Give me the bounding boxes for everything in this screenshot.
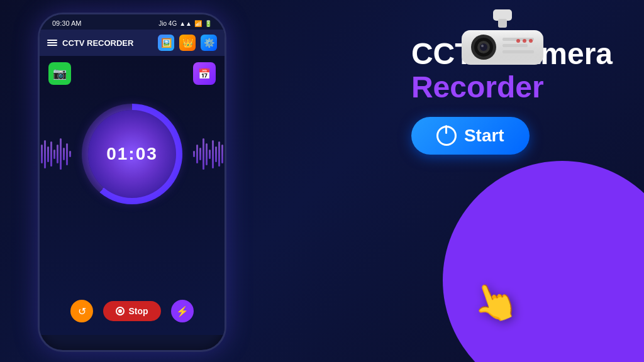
app-header-left: CCTV RECORDER (47, 38, 133, 48)
bottom-controls: ↺ Stop ⚡ (40, 300, 225, 322)
stop-dot (118, 309, 122, 313)
camera-button[interactable]: 📷 (48, 62, 71, 85)
carrier-text: Jio 4G (158, 20, 177, 27)
phone-content: 📷 📅 (40, 56, 225, 335)
phone-screen: 09:30 AM Jio 4G ▲▲ 📶 🔋 CCTV RECORDER 🖼️ … (38, 13, 226, 352)
phone-mockup: 09:30 AM Jio 4G ▲▲ 📶 🔋 CCTV RECORDER 🖼️ … (38, 13, 226, 352)
timer-display: 01:03 (106, 144, 158, 164)
sound-wave-right (193, 135, 226, 173)
background-blob (443, 161, 644, 362)
settings-icon[interactable]: ⚙️ (201, 35, 217, 51)
camera-3d-image (449, 6, 556, 84)
header-icons: 🖼️ 👑 ⚙️ (158, 35, 217, 51)
stop-label: Stop (128, 306, 148, 316)
signal-icon: ▲▲ (179, 20, 192, 27)
app-header: CCTV RECORDER 🖼️ 👑 ⚙️ (40, 30, 225, 56)
camera-svg (449, 6, 556, 82)
svg-point-12 (516, 39, 520, 43)
start-button[interactable]: Start (411, 117, 530, 155)
status-bar: 09:30 AM Jio 4G ▲▲ 📶 🔋 (40, 14, 225, 30)
stop-icon (116, 307, 125, 315)
timer-outer-ring: 01:03 (82, 104, 182, 204)
svg-rect-11 (502, 50, 534, 53)
hamburger-icon[interactable] (47, 40, 57, 46)
svg-point-8 (481, 45, 484, 47)
timer-inner: 01:03 (88, 110, 176, 198)
timer-area: 01:03 (82, 104, 182, 204)
wifi-icon: 📶 (194, 20, 202, 27)
app-title-header: CCTV RECORDER (62, 38, 133, 48)
rotate-button[interactable]: ↺ (70, 300, 93, 322)
svg-rect-10 (502, 44, 528, 47)
start-label: Start (464, 126, 504, 146)
crown-icon[interactable]: 👑 (179, 35, 196, 51)
gallery-icon[interactable]: 🖼️ (158, 35, 174, 51)
svg-point-14 (529, 39, 533, 43)
stop-button[interactable]: Stop (103, 301, 160, 321)
power-icon (436, 126, 457, 146)
svg-point-13 (523, 39, 526, 43)
schedule-button[interactable]: 📅 (193, 62, 216, 85)
status-time: 09:30 AM (52, 19, 81, 27)
status-right: Jio 4G ▲▲ 📶 🔋 (158, 20, 212, 27)
svg-point-7 (480, 43, 487, 51)
lightning-button[interactable]: ⚡ (171, 300, 194, 322)
battery-icon: 🔋 (204, 20, 212, 27)
top-buttons-row: 📷 📅 (40, 56, 225, 91)
sound-wave-left (38, 135, 71, 173)
svg-rect-1 (498, 19, 507, 28)
